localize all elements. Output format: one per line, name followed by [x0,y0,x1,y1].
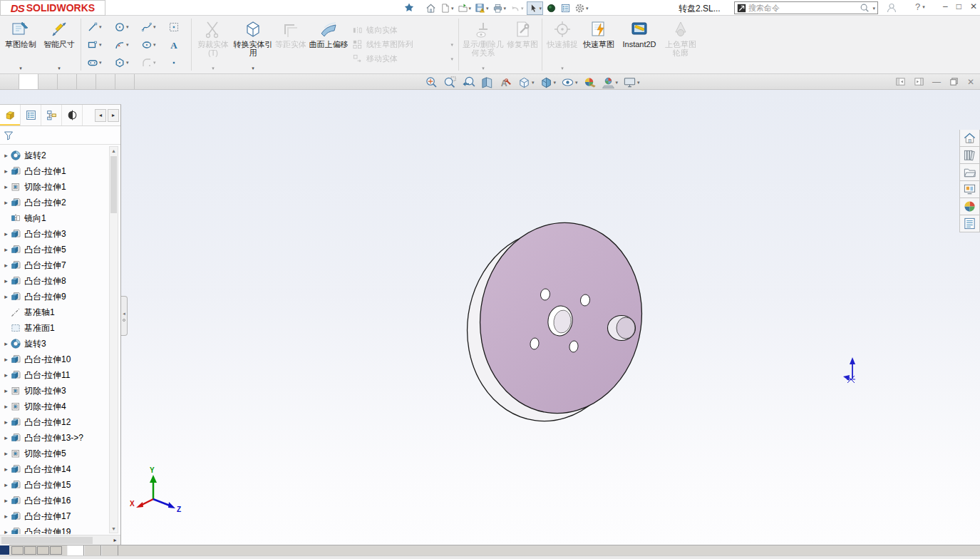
chevron-down-icon[interactable]: ▾ [153,24,156,29]
task-pane-button[interactable] [959,198,980,215]
expand-arrow-icon[interactable]: ▸ [2,466,10,473]
search-scope-icon[interactable] [737,4,746,13]
expand-arrow-icon[interactable]: ▸ [2,230,10,237]
sketch-entity-button[interactable]: ▾ [112,36,139,53]
command-tab[interactable] [0,74,19,89]
sketch-entity-button[interactable]: ▾ [85,36,112,53]
menu-item[interactable] [145,0,158,15]
menu-item[interactable] [120,0,133,15]
magnifier-icon[interactable] [860,3,870,13]
panel-splitter-handle[interactable]: ◂ [121,296,128,336]
panel-tab[interactable] [0,105,21,125]
headsup-button[interactable]: ▾ [517,76,535,89]
quick-access-button[interactable]: ▾ [474,2,490,14]
sketch-entity-button[interactable]: ▾ [112,18,139,36]
command-tab[interactable] [77,74,96,89]
sketch-entity-button[interactable] [166,36,187,53]
task-pane-button[interactable] [959,215,980,232]
feature-tree-item[interactable]: ▸ 旋转2 [0,148,108,163]
chevron-down-icon[interactable]: ▾ [486,6,489,11]
chevron-down-icon[interactable]: ▾ [504,6,507,11]
expand-arrow-icon[interactable]: ▸ [2,246,10,253]
doc-close-button[interactable]: ✕ [967,77,974,87]
sketch-entity-button[interactable]: ▾ [139,18,166,36]
feature-tree-item[interactable]: ▸ 凸台-拉伸8 [0,273,108,289]
display-delete-relations-button[interactable]: 显示/删除几何关系 ▾ [461,16,505,73]
quick-snaps-button[interactable]: 快速捕捉 ▾ [545,16,580,73]
chevron-down-icon[interactable]: ▾ [872,6,875,11]
menu-item[interactable] [197,0,210,15]
tab-nav-button[interactable] [11,546,24,555]
scrollbar-thumb[interactable] [110,156,117,213]
tab-nav-button[interactable] [24,546,36,555]
chevron-down-icon[interactable]: ▾ [252,66,254,71]
sketch-entity-button[interactable]: ▾ [85,18,112,36]
chevron-down-icon[interactable]: ▾ [99,24,102,29]
doc-restore-button[interactable] [949,76,959,87]
shaded-sketch-contours-button[interactable]: 上色草图轮廓 [661,16,700,73]
feature-tree-item[interactable]: ▸ 凸台-拉伸16 [0,493,108,508]
expand-arrow-icon[interactable]: ▸ [2,403,10,410]
feature-tree-item[interactable]: ▸ 旋转3 [0,336,108,352]
headsup-button[interactable]: ▾ [561,76,578,89]
search-box[interactable]: ▾ [734,1,878,14]
chevron-down-icon[interactable]: ▾ [58,66,61,71]
feature-tree-item[interactable]: ▸ 切除-拉伸3 [0,383,108,399]
tab-scroll-right-button[interactable]: ▸ [108,109,119,122]
scrollbar-thumb[interactable] [1,537,93,544]
feature-tree-item[interactable]: ▸ 凸台-拉伸19 [0,524,108,534]
task-pane-button[interactable] [959,130,980,147]
feature-tree-item[interactable]: ▸ 凸台-拉伸9 [0,289,108,304]
tree-filter-row[interactable] [0,126,120,145]
surface-offset-button[interactable]: 曲面上偏移 [308,16,349,73]
chevron-down-icon[interactable]: ▾ [575,80,578,85]
chevron-down-icon[interactable]: ▾ [99,60,102,65]
feature-tree-item[interactable]: ▸ 凸台-拉伸13->? [0,430,108,446]
feature-tree-item[interactable]: ▸ 凸台-拉伸7 [0,257,108,273]
scroll-down-icon[interactable]: ▼ [111,526,116,531]
command-tab[interactable] [115,74,135,89]
tree-vertical-scrollbar[interactable]: ▲ ▼ [109,146,118,533]
quick-access-button[interactable]: ▾ [457,2,473,14]
expand-arrow-icon[interactable]: ▸ [2,199,10,206]
expand-arrow-icon[interactable]: ▸ [2,497,10,504]
expand-arrow-icon[interactable]: ▸ [2,450,10,457]
chevron-down-icon[interactable]: ▾ [554,80,557,85]
sketch-entity-button[interactable] [166,53,187,71]
quick-access-button[interactable]: ▾ [492,2,507,14]
feature-tree-item[interactable]: ▸ 切除-拉伸4 [0,399,108,414]
sketch-entity-button[interactable]: ▾ [112,53,139,71]
feature-tree-item[interactable]: ▸ 凸台-拉伸14 [0,461,108,477]
bottom-tab[interactable] [84,545,101,555]
tab-nav-button[interactable] [50,546,62,555]
scroll-up-icon[interactable]: ▲ [111,148,116,153]
chevron-down-icon[interactable]: ▾ [450,56,453,61]
offset-entities-button[interactable]: 等距实体 [274,16,308,73]
feature-tree-item[interactable]: ▸ 切除-拉伸1 [0,179,108,195]
expand-arrow-icon[interactable]: ▸ [2,528,10,534]
maximize-button[interactable]: □ [956,1,961,11]
feature-tree-item[interactable]: ▸ 凸台-拉伸12 [0,414,108,430]
expand-arrow-icon[interactable]: ▸ [2,277,10,284]
quick-access-button[interactable]: ▾ [439,2,455,14]
chevron-down-icon[interactable]: ▾ [586,6,589,11]
task-pane-button[interactable] [959,164,980,181]
headsup-button[interactable]: ▾ [540,76,557,89]
expand-arrow-icon[interactable]: ▸ [2,262,10,269]
command-tab[interactable] [19,74,38,89]
chevron-down-icon[interactable]: ▾ [153,60,156,65]
chevron-down-icon[interactable]: ▾ [540,6,542,11]
chevron-down-icon[interactable]: ▾ [451,6,454,11]
chevron-down-icon[interactable]: ▾ [99,42,102,47]
rapid-sketch-button[interactable]: 快速草图 [580,16,617,73]
close-button[interactable]: ✕ [970,1,977,11]
panel-tab[interactable] [41,105,62,125]
expand-arrow-icon[interactable]: ▸ [2,356,10,363]
doc-minimize-button[interactable]: — [932,77,941,87]
repair-sketch-button[interactable]: 修复草图 [505,16,540,73]
command-tab[interactable] [96,74,115,89]
chevron-down-icon[interactable]: ▾ [126,24,129,29]
instant2d-button[interactable]: Instant2D [617,16,661,73]
sketch-entity-button[interactable]: ▾ [139,53,166,71]
feature-tree-item[interactable]: ▸ 基准轴1 [0,304,108,320]
